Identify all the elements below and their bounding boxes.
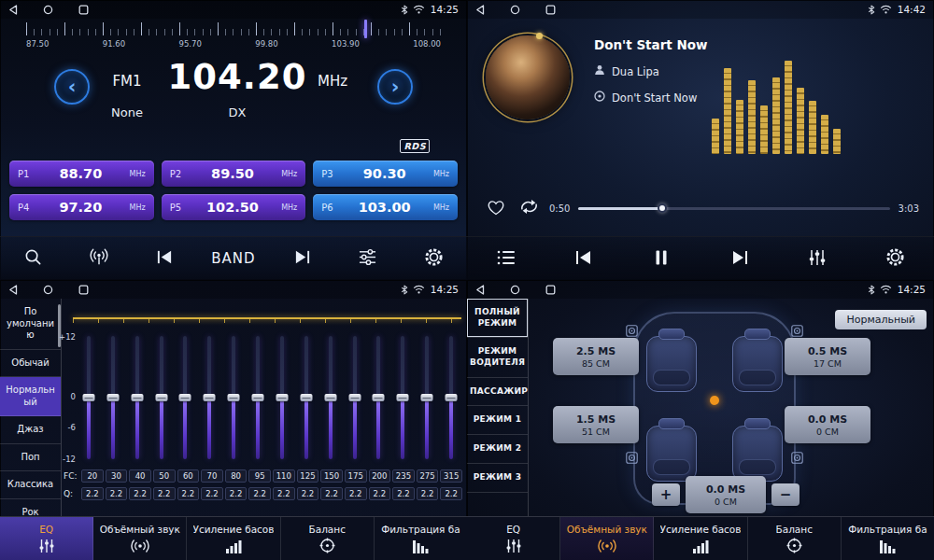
tab-bass-boost[interactable]: Усиление басов [187,517,280,560]
home-button[interactable] [510,285,520,295]
band-fc-value[interactable]: 110 [273,469,295,483]
mode-item-6[interactable]: РЕЖИМ 3 [467,464,528,493]
tab-bass-boost[interactable]: Усиление басов [654,517,747,560]
preset-button-5[interactable]: P5102.50MHz [162,194,306,220]
eq-band-slider[interactable] [174,336,198,459]
band-q-value[interactable]: 2.2 [153,487,176,500]
back-button[interactable] [8,285,18,295]
band-q-value[interactable]: 2.2 [369,487,391,500]
band-fc-value[interactable]: 235 [392,469,415,483]
settings-button[interactable] [875,241,914,276]
home-button[interactable] [510,5,520,15]
tab-filter[interactable]: Фильтрация ба [375,517,467,560]
eq-preset-item[interactable]: Обычай [0,350,61,378]
band-fc-value[interactable]: 315 [440,469,462,483]
band-button[interactable]: BAND [211,241,255,276]
eq-slider-knob[interactable] [348,394,361,401]
band-q-value[interactable]: 2.2 [440,487,462,500]
eq-band-slider[interactable] [246,336,270,459]
tab-surround-sound[interactable]: Объёмный звук [93,517,187,560]
repeat-button[interactable] [517,196,541,220]
eq-slider-knob[interactable] [131,394,143,401]
mode-item-3[interactable]: ПАССАЖИР [467,378,528,407]
seek-knob[interactable] [658,203,667,213]
eq-band-slider[interactable] [101,336,125,459]
band-fc-value[interactable]: 20 [81,469,104,483]
favorite-button[interactable] [484,196,508,220]
band-q-value[interactable]: 2.2 [106,487,128,500]
eq-band-slider[interactable] [221,336,246,459]
preset-button-6[interactable]: P6103.00MHz [313,194,458,220]
back-button[interactable] [475,5,485,15]
band-fc-value[interactable]: 50 [153,469,176,483]
tab-balance[interactable]: Баланс [748,517,842,560]
mode-item-1[interactable]: ПОЛНЫЙ РЕЖИМ [467,299,528,338]
eq-band-slider[interactable] [197,336,221,459]
mode-item-2[interactable]: РЕЖИМ ВОДИТЕЛЯ [467,338,528,377]
band-fc-value[interactable]: 60 [177,469,200,483]
frequency-scale[interactable]: 87.5091.6095.7099.80103.90108.00 [26,22,441,58]
playlist-button[interactable] [487,241,526,276]
decrease-delay-button[interactable]: − [771,483,800,506]
eq-slider-knob[interactable] [373,394,385,401]
next-station-button[interactable] [282,241,321,276]
seek-bar[interactable] [578,207,889,210]
eq-band-slider[interactable] [318,336,343,459]
eq-preset-item[interactable]: Поп [0,444,61,472]
band-fc-value[interactable]: 150 [320,469,343,483]
increase-delay-button[interactable]: + [652,483,680,506]
eq-preset-item[interactable]: Рок [0,499,61,517]
eq-slider-knob[interactable] [446,394,458,401]
eq-preset-item[interactable]: Нормальный [0,377,61,416]
band-fc-value[interactable]: 40 [129,469,151,483]
recents-button[interactable] [78,5,89,15]
delay-front-right[interactable]: 0.5 MS 17 CM [785,338,870,375]
eq-band-slider[interactable] [125,336,149,459]
band-q-value[interactable]: 2.2 [417,487,439,500]
next-track-button[interactable] [720,241,759,276]
eq-slider-knob[interactable] [324,394,336,401]
eq-slider-knob[interactable] [228,394,240,401]
eq-preset-item[interactable]: Классика [0,471,61,499]
eq-slider-knob[interactable] [397,394,409,401]
eq-preset-item[interactable]: По умолчанию [0,299,61,350]
band-fc-value[interactable]: 125 [297,469,319,483]
eq-slider-knob[interactable] [155,394,167,401]
preset-button-2[interactable]: P289.50MHz [162,161,306,187]
eq-band-slider[interactable] [390,336,415,459]
eq-band-slider[interactable] [270,336,294,459]
band-fc-value[interactable]: 80 [225,469,248,483]
eq-slider-knob[interactable] [204,394,216,401]
home-button[interactable] [43,285,53,295]
eq-slider-knob[interactable] [421,394,433,401]
eq-band-slider[interactable] [367,336,391,459]
eq-band-slider[interactable] [439,336,463,459]
band-fc-value[interactable]: 95 [248,469,271,483]
previous-station-button[interactable] [146,241,185,276]
band-q-value[interactable]: 2.2 [81,487,104,500]
eq-slider-knob[interactable] [300,394,312,401]
preset-button-3[interactable]: P390.30MHz [313,161,458,187]
speaker-icon[interactable] [626,450,638,468]
band-fc-value[interactable]: 30 [106,469,128,483]
band-q-value[interactable]: 2.2 [273,487,295,500]
recents-button[interactable] [545,5,556,15]
recents-button[interactable] [545,285,556,295]
tab-balance[interactable]: Баланс [281,517,375,560]
band-fc-value[interactable]: 175 [345,469,367,483]
pause-button[interactable] [642,241,681,276]
scan-stations-button[interactable] [79,241,119,276]
band-q-value[interactable]: 2.2 [225,487,248,500]
album-art[interactable] [486,35,570,119]
band-q-value[interactable]: 2.2 [297,487,319,500]
delay-front-left[interactable]: 2.5 MS 85 CM [553,338,639,375]
mode-item-4[interactable]: РЕЖИМ 1 [467,406,528,435]
preset-button-1[interactable]: P188.70MHz [9,161,154,187]
eq-slider-knob[interactable] [276,394,288,401]
eq-slider-knob[interactable] [106,394,119,401]
tune-settings-button[interactable] [348,241,388,276]
band-q-value[interactable]: 2.2 [345,487,367,500]
band-q-value[interactable]: 2.2 [201,487,223,500]
recents-button[interactable] [78,285,89,295]
eq-band-slider[interactable] [149,336,174,459]
